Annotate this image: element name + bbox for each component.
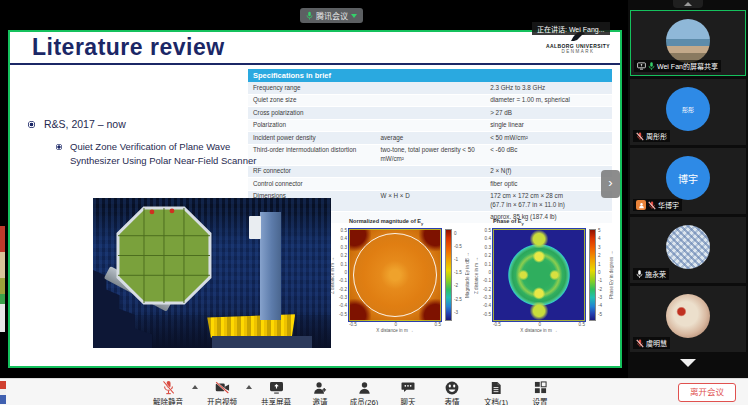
- mic-muted-icon: [636, 339, 644, 348]
- invite-button[interactable]: 邀请: [298, 380, 342, 405]
- table-row: Polarization single linear: [248, 120, 612, 133]
- plane-wave-synthesizer-array: [114, 206, 214, 305]
- spec-name: Incident power density: [253, 134, 380, 143]
- mic-muted-icon: [636, 132, 644, 141]
- person-icon: [638, 202, 645, 209]
- desktop-edge-fragment: [0, 226, 5, 332]
- spec-value: 2 × N(f): [490, 167, 607, 176]
- bullet-icon: [56, 144, 62, 150]
- unmute-button[interactable]: 解除静音: [146, 380, 190, 405]
- participant-name: Wei Fan的屏幕共享: [657, 61, 718, 71]
- bullet-icon: [28, 121, 35, 128]
- share-pill-label: 腾讯会议: [316, 10, 348, 21]
- spec-value: < -60 dBc: [490, 146, 607, 163]
- y-axis-label: Z distance in m →: [330, 229, 337, 321]
- sidebar-collapse-chevron[interactable]: ›: [601, 170, 620, 198]
- participant-nametag: 虞明慧: [633, 337, 670, 349]
- spec-condition: [380, 167, 490, 176]
- spec-value: fiber optic: [490, 180, 607, 189]
- y-axis-ticks: 0.5 0.4 0.3 0.2 0.1 0 -0.1 -0.2 -0.3 -0.…: [337, 227, 349, 319]
- colorbar-label: Magnitude Ey in dB →: [465, 229, 473, 321]
- smiley-icon: [445, 381, 459, 395]
- docs-button[interactable]: 文档(1): [474, 380, 518, 405]
- spec-name: Polarization: [253, 121, 380, 130]
- speaking-indicator: 正在讲话: Wei Fang...: [532, 22, 610, 35]
- spec-value: < 50 mW/cm²: [490, 134, 607, 143]
- spec-value: 2.3 GHz to 3.8 GHz: [490, 84, 607, 93]
- emoji-button[interactable]: 表情: [430, 380, 474, 405]
- participant-tile[interactable]: 彤彤 周彤彤: [630, 79, 746, 145]
- person-add-icon: [313, 381, 327, 395]
- bullet1-text: R&S, 2017 – now: [44, 118, 126, 130]
- screen-share-icon: [269, 381, 284, 394]
- colorbar: [589, 229, 596, 321]
- audio-options-caret[interactable]: [190, 380, 200, 389]
- raised-hand-badge: [636, 200, 646, 210]
- video-options-caret[interactable]: [244, 380, 254, 389]
- table-header: Specifications in brief: [248, 69, 612, 82]
- mic-muted-icon: [162, 380, 175, 395]
- chevron-up-icon: [684, 2, 692, 6]
- participant-nametag: 施永荣: [633, 268, 669, 280]
- avatar: 博宇: [666, 156, 710, 200]
- spec-condition: average: [380, 134, 490, 143]
- heatmap-magnitude: [349, 229, 441, 321]
- avatar: [666, 19, 710, 63]
- avatar: 彤彤: [666, 87, 710, 131]
- person-icon: [358, 381, 371, 395]
- participant-tile[interactable]: 虞明慧: [630, 286, 746, 352]
- participant-name: 虞明慧: [646, 338, 667, 348]
- spec-condition: [380, 109, 490, 118]
- share-screen-button[interactable]: 共享屏幕: [254, 380, 298, 405]
- pedestal: [212, 336, 312, 348]
- share-status-pill[interactable]: 腾讯会议: [300, 8, 363, 23]
- y-axis-label: Z distance in m →: [474, 229, 481, 321]
- logo-text-country: DENMARK: [540, 49, 616, 54]
- shared-screen-area: 腾讯会议 正在讲话: Wei Fang... Literature review…: [0, 0, 628, 378]
- settings-button[interactable]: 设置: [518, 380, 562, 405]
- table-row: Cross polarization > 27 dB: [248, 107, 612, 120]
- spec-condition: [380, 96, 490, 105]
- support-column: [260, 212, 281, 320]
- x-axis-ticks: -0.500.5: [349, 322, 441, 327]
- magnitude-heatmap-plot: Normalized magnitude of Ey Z distance in…: [330, 218, 476, 333]
- mic-on-icon: [648, 62, 655, 71]
- title-underline: [10, 63, 620, 65]
- participant-tile[interactable]: Wei Fan的屏幕共享: [630, 10, 746, 76]
- screen-share-icon: [637, 62, 646, 70]
- spec-condition: [380, 180, 490, 189]
- table-row: Incident power density average < 50 mW/c…: [248, 132, 612, 145]
- members-button[interactable]: 成员(26): [342, 380, 386, 405]
- spec-name: Control connector: [253, 180, 380, 189]
- colorbar-label: Phase Ey in degrees →: [609, 229, 617, 321]
- participant-nametag: 华博宇: [633, 199, 682, 211]
- sidebar-collapse-tab[interactable]: [673, 0, 703, 8]
- participant-tile[interactable]: 博宇 华博宇: [630, 148, 746, 214]
- y-axis-ticks: 0.5 0.4 0.3 0.2 0.1 0 -0.1 -0.2 -0.3 -0.…: [481, 227, 493, 319]
- phase-heatmap-plot: Phase of Ey Z distance in m → 0.5 0.4 0.…: [474, 218, 620, 333]
- mic-on-icon: [636, 270, 643, 279]
- avatar: [666, 294, 710, 338]
- avatar: [666, 225, 710, 269]
- document-icon: [490, 381, 502, 395]
- chat-button[interactable]: 聊天: [386, 380, 430, 405]
- spec-name: Third-order intermodulation distortion: [253, 146, 380, 163]
- plot-title: Normalized magnitude of Ey: [349, 218, 476, 226]
- participant-name: 周彤彤: [646, 131, 667, 141]
- spec-name: RF connector: [253, 167, 380, 176]
- bullet2-text: Quiet Zone Verification of Plane Wave Sy…: [70, 140, 258, 169]
- bullet-level2: Quiet Zone Verification of Plane Wave Sy…: [56, 140, 258, 169]
- start-video-button[interactable]: 开启视频: [200, 380, 244, 405]
- participants-sidebar: Wei Fan的屏幕共享 彤彤 周彤彤 博宇: [628, 0, 748, 378]
- mic-muted-icon: [648, 201, 656, 210]
- participant-tile[interactable]: 施永荣: [630, 217, 746, 283]
- scroll-down-arrow[interactable]: [680, 359, 696, 367]
- chat-bubble-icon: [401, 381, 415, 394]
- presentation-slide: Literature review AALBORG UNIVERSITY DEN…: [8, 30, 622, 368]
- table-row: Frequency range 2.3 GHz to 3.8 GHz: [248, 82, 612, 95]
- leave-meeting-button[interactable]: 离开会议: [678, 383, 736, 402]
- spec-condition: two-tone, total power density < 50 mW/cm…: [380, 146, 490, 163]
- spec-value: > 27 dB: [490, 109, 607, 118]
- spec-condition: [380, 121, 490, 130]
- spec-name: Cross polarization: [253, 109, 380, 118]
